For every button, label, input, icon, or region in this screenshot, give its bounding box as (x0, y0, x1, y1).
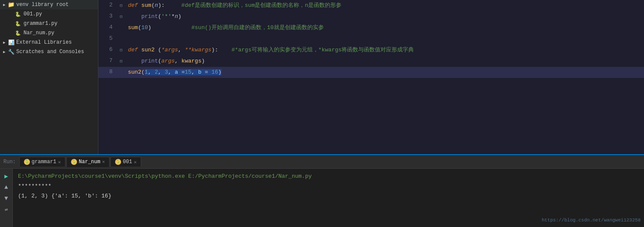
sidebar-item-venv[interactable]: ▶ 📁 venv library root (0, 0, 98, 9)
sidebar-label-scratches: Scratches and Consoles (16, 49, 84, 55)
code-line-7: 7 ⊟ print(args, kwargs) (98, 56, 644, 67)
console-line-3: (1, 2, 3) {'a': 15, 'b': 16} (18, 192, 639, 201)
code-content-6: def sun2 (*args, **kwargs): #*args可将输入的实… (125, 45, 644, 56)
fold-4 (118, 22, 125, 33)
fold-empty (118, 78, 125, 154)
run-label: Run: (3, 159, 16, 165)
run-scroll-up-button[interactable]: ▲ (2, 182, 11, 192)
sidebar-label-narnum: Nar_num.py (24, 30, 54, 36)
line-number-4: 4 (98, 22, 118, 33)
run-wrap-button[interactable]: ⇌ (2, 205, 11, 214)
code-content-8: sun2(1, 2, 3, a =15, b = 16) (125, 67, 644, 78)
tab-close-001[interactable]: ✕ (134, 159, 137, 165)
tab-label-narnum: Nar_num (79, 159, 100, 165)
run-scroll-down-button[interactable]: ▼ (2, 194, 11, 203)
sidebar-label-001: 001.py (24, 11, 42, 17)
arrow-001 (9, 12, 14, 17)
run-tab-narnum[interactable]: 🐍 Nar_num ✕ (66, 157, 110, 167)
sidebar-label-venv: venv library root (16, 2, 68, 8)
line-number-3: 3 (98, 11, 118, 22)
main-area: ▶ 📁 venv library root 🐍 001.py 🐍 grammar… (0, 0, 644, 154)
fold-5 (118, 33, 125, 45)
lib-icon: 📊 (8, 39, 15, 46)
run-tab-001[interactable]: 🐍 001 ✕ (110, 157, 141, 167)
run-buttons: ▶ ▲ ▼ ⇌ (0, 169, 13, 227)
arrow-extlibs: ▶ (2, 40, 7, 45)
code-line-4: 4 sum(10) #sun()开始调用自建的函数，10就是创建函数的实参 (98, 22, 644, 33)
fold-6: ⊟ (118, 45, 125, 56)
line-number-2: 2 (98, 0, 118, 11)
fold-2: ⊟ (118, 0, 125, 11)
tab-icon-001: 🐍 (115, 159, 121, 165)
tab-close-grammar1[interactable]: ✕ (58, 159, 61, 165)
code-content-3: print('*'*n) (125, 11, 644, 22)
code-content-2: def sum(n): #def是函数创建的标识，sum是创建函数的名称，n是函… (125, 0, 644, 11)
code-content-empty (125, 78, 644, 154)
line-number-7: 7 (98, 56, 118, 67)
arrow-venv: ▶ (2, 2, 7, 7)
code-line-empty (98, 78, 644, 154)
arrow-narnum (9, 30, 14, 36)
code-line-3: 3 ⊟ print('*'*n) (98, 11, 644, 22)
tab-label-001: 001 (123, 159, 132, 165)
arrow-scratches: ▶ (2, 49, 7, 54)
fold-3: ⊟ (118, 11, 125, 22)
code-content-7: print(args, kwargs) (125, 56, 644, 67)
bottom-panel: Run: 🐍 grammar1 ✕ 🐍 Nar_num ✕ 🐍 001 ✕ ▶ … (0, 154, 644, 227)
watermark-text: https://blog.csdn.net/wangwei123258 (542, 217, 641, 224)
sidebar-item-narnum[interactable]: 🐍 Nar_num.py (0, 28, 98, 38)
code-line-8: 8 sun2(1, 2, 3, a =15, b = 16) (98, 67, 644, 78)
py-icon-narnum: 🐍 (15, 30, 21, 36)
line-number-8: 8 (98, 67, 118, 78)
console-path-text: E:\PycharmProjects\course1\venv\Scripts\… (18, 173, 312, 179)
line-number-5: 5 (98, 33, 118, 45)
code-line-6: 6 ⊟ def sun2 (*args, **kwargs): #*args可将… (98, 45, 644, 56)
sidebar-label-extlibs: External Libraries (16, 39, 72, 45)
tab-icon-narnum: 🐍 (71, 159, 77, 165)
run-play-button[interactable]: ▶ (2, 171, 11, 181)
run-tabs: Run: 🐍 grammar1 ✕ 🐍 Nar_num ✕ 🐍 001 ✕ (0, 155, 644, 169)
fold-8 (118, 67, 125, 78)
tab-label-grammar1: grammar1 (32, 159, 56, 165)
line-number-empty (98, 78, 118, 154)
arrow-grammar1 (9, 21, 14, 26)
code-content-5 (125, 33, 644, 45)
sidebar: ▶ 📁 venv library root 🐍 001.py 🐍 grammar… (0, 0, 98, 154)
code-line-5: 5 (98, 33, 644, 45)
run-output: ▶ ▲ ▼ ⇌ E:\PycharmProjects\course1\venv\… (0, 169, 644, 227)
sidebar-item-extlibs[interactable]: ▶ 📊 External Libraries (0, 38, 98, 47)
console-result: (1, 2, 3) {'a': 15, 'b': 16} (18, 193, 111, 199)
code-editor[interactable]: 2 ⊟ def sum(n): #def是函数创建的标识，sum是创建函数的名称… (98, 0, 644, 154)
console-line-2: ********** (18, 182, 639, 191)
sidebar-item-grammar1[interactable]: 🐍 grammar1.py (0, 19, 98, 28)
tab-close-narnum[interactable]: ✕ (102, 159, 105, 164)
console-output[interactable]: E:\PycharmProjects\course1\venv\Scripts\… (13, 169, 644, 227)
folder-icon-venv: 📁 (8, 1, 15, 8)
sidebar-item-001[interactable]: 🐍 001.py (0, 9, 98, 19)
fold-7: ⊟ (118, 56, 125, 67)
console-stars: ********** (18, 183, 51, 189)
code-line-2: 2 ⊟ def sum(n): #def是函数创建的标识，sum是创建函数的名称… (98, 0, 644, 11)
code-area: 2 ⊟ def sum(n): #def是函数创建的标识，sum是创建函数的名称… (98, 0, 644, 154)
console-line-1: E:\PycharmProjects\course1\venv\Scripts\… (18, 172, 639, 181)
sidebar-item-scratches[interactable]: ▶ 🔧 Scratches and Consoles (0, 47, 98, 57)
sidebar-label-grammar1: grammar1.py (24, 21, 57, 27)
line-number-6: 6 (98, 45, 118, 56)
code-content-4: sum(10) #sun()开始调用自建的函数，10就是创建函数的实参 (125, 22, 644, 33)
tab-icon-grammar1: 🐍 (24, 159, 30, 165)
scratch-icon: 🔧 (8, 48, 15, 55)
py-icon-001: 🐍 (15, 11, 21, 18)
run-tab-grammar1[interactable]: 🐍 grammar1 ✕ (19, 157, 65, 167)
py-icon-grammar1: 🐍 (15, 20, 21, 27)
